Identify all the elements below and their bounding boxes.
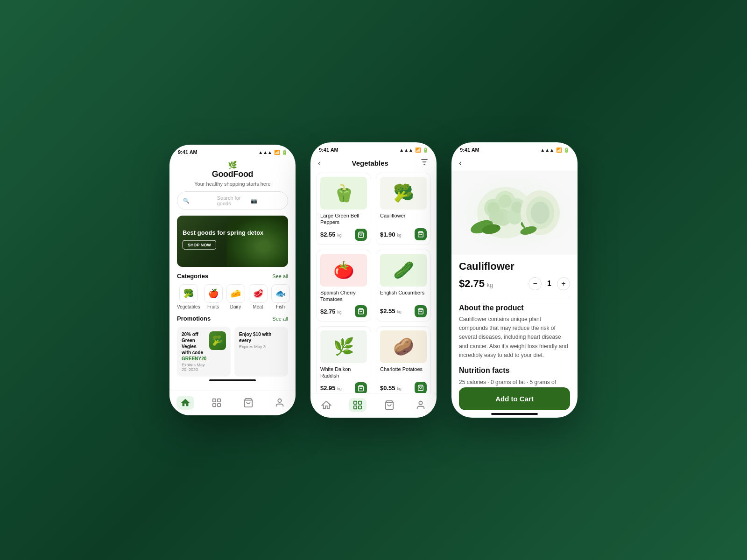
home-indicator-3 xyxy=(491,413,538,415)
promo-1-image: 🥦 xyxy=(209,331,226,350)
daikon-price: $2.95 kg xyxy=(320,385,342,392)
search-bar[interactable]: 🔍 Search for goods 📷 xyxy=(177,191,288,210)
svg-rect-3 xyxy=(218,404,220,406)
tomatoes-name: Spanish Cherry Tomatoes xyxy=(320,289,367,303)
quantity-increase-button[interactable]: + xyxy=(557,277,570,290)
product-card-tomatoes[interactable]: 🍅 Spanish Cherry Tomatoes $2.75 kg xyxy=(316,250,371,322)
bottom-nav-1 xyxy=(169,391,296,415)
fish-label: Fish xyxy=(276,304,285,309)
add-to-cart-button[interactable]: Add to Cart xyxy=(459,387,570,410)
logo-text: GoodFood xyxy=(177,169,288,179)
category-dairy[interactable]: 🧀 Dairy xyxy=(226,284,245,309)
promo-card-2[interactable]: Enjoy $10 with every Expires May 3 xyxy=(234,327,288,377)
hero-title: Best goods for spring detox xyxy=(183,229,263,237)
product-card-cucumbers[interactable]: 🥒 English Cucumbers $2.55 kg xyxy=(376,250,431,322)
logo-area: 🌿 GoodFood xyxy=(177,157,288,181)
category-fish[interactable]: 🐟 Fish xyxy=(271,284,290,309)
promo-card-1[interactable]: 20% off Green Vegies with code GREENY20 … xyxy=(177,327,231,377)
product-detail-name: Cauliflower xyxy=(459,260,570,273)
price-display: $2.75 kg xyxy=(459,278,493,290)
product-card-potatoes[interactable]: 🥔 Charlotte Potatoes $0.55 kg xyxy=(376,326,431,399)
filter-icon[interactable] xyxy=(420,157,429,169)
add-cauliflower-button[interactable] xyxy=(415,228,427,240)
bell-peppers-name: Large Green Bell Peppers xyxy=(320,212,367,226)
daikon-image: 🌿 xyxy=(320,330,367,363)
cucumbers-name: English Cucumbers xyxy=(380,289,427,302)
tomatoes-footer: $2.75 kg xyxy=(320,305,367,317)
cauliflower-illustration xyxy=(451,171,578,255)
camera-icon[interactable]: 📷 xyxy=(251,198,282,204)
add-potatoes-button[interactable] xyxy=(415,382,427,394)
wifi-icon: 📶 xyxy=(274,150,280,155)
logo-icon: 🌿 xyxy=(177,161,288,169)
nav2-cart[interactable] xyxy=(381,398,398,412)
fish-icon: 🐟 xyxy=(271,284,290,303)
potatoes-image: 🥔 xyxy=(380,330,427,363)
hero-text-overlay: Best goods for spring detox SHOP NOW xyxy=(183,229,263,250)
promo-1-text: 20% off Green Vegies with code GREENY20 … xyxy=(182,331,206,372)
categories-see-all[interactable]: See all xyxy=(272,273,288,279)
shop-now-button[interactable]: SHOP NOW xyxy=(183,240,216,250)
daikon-footer: $2.95 kg xyxy=(320,382,367,394)
categories-title: Categories xyxy=(177,273,208,280)
product-card-bell-peppers[interactable]: 🫑 Large Green Bell Peppers $2.55 kg xyxy=(316,173,371,245)
add-bell-peppers-button[interactable] xyxy=(355,229,367,241)
category-fruits[interactable]: 🍎 Fruits xyxy=(204,284,223,309)
meat-label: Meat xyxy=(253,304,263,309)
signal-icon: ▲▲▲ xyxy=(258,150,272,155)
add-tomatoes-button[interactable] xyxy=(355,305,367,317)
search-icon: 🔍 xyxy=(183,198,214,204)
product-hero-image xyxy=(451,171,578,255)
svg-point-28 xyxy=(499,195,512,208)
vegetables-header: ‹ Vegetables xyxy=(310,154,437,173)
meat-icon: 🥩 xyxy=(249,284,268,303)
nutrition-title: Nutrition facts xyxy=(459,366,570,375)
quantity-decrease-button[interactable]: − xyxy=(529,277,542,290)
wifi-icon-2: 📶 xyxy=(415,147,421,153)
nav-cart[interactable] xyxy=(240,396,257,410)
add-cucumbers-button[interactable] xyxy=(415,305,427,317)
bottom-nav-2 xyxy=(310,393,437,418)
promo-1-code: GREENY20 xyxy=(182,356,206,361)
svg-rect-15 xyxy=(354,401,357,404)
tomatoes-image: 🍅 xyxy=(320,254,367,287)
categories-row: 🥦 Vegetables 🍎 Fruits 🧀 Dairy 🥩 Meat 🐟 F… xyxy=(177,284,288,309)
cucumbers-price: $2.55 kg xyxy=(380,308,402,315)
cauliflower-footer: $1.90 kg xyxy=(380,228,427,240)
cauliflower-svg xyxy=(468,175,561,250)
cucumbers-footer: $2.55 kg xyxy=(380,305,427,317)
category-meat[interactable]: 🥩 Meat xyxy=(249,284,268,309)
tomatoes-price: $2.75 kg xyxy=(320,308,342,315)
status-icons-2: ▲▲▲ 📶 🔋 xyxy=(399,147,428,153)
category-vegetables[interactable]: 🥦 Vegetables xyxy=(177,284,200,309)
nav2-home[interactable] xyxy=(317,398,335,412)
phone-home: 9:41 AM ▲▲▲ 📶 🔋 🌿 GoodFood Your healthy … xyxy=(169,145,296,415)
nav-categories[interactable] xyxy=(208,396,226,410)
product-detail-unit: kg xyxy=(487,281,493,288)
promo-2-title: Enjoy $10 with every xyxy=(239,331,283,343)
product-card-cauliflower[interactable]: 🥦 Cauliflower $1.90 kg xyxy=(376,173,431,245)
battery-icon: 🔋 xyxy=(282,150,287,155)
product-card-daikon[interactable]: 🌿 White Daikon Raddish $2.95 kg xyxy=(316,326,371,399)
wifi-icon-3: 📶 xyxy=(556,147,562,153)
svg-rect-1 xyxy=(218,399,220,402)
time-2: 9:41 AM xyxy=(319,147,338,153)
nav-home[interactable] xyxy=(176,396,194,410)
vegetables-title: Vegetables xyxy=(320,159,420,167)
signal-icon-3: ▲▲▲ xyxy=(540,147,554,153)
home-indicator-1 xyxy=(209,379,256,381)
categories-header: Categories See all xyxy=(177,273,288,280)
promo-1-expiry: Expires May 20, 2020 xyxy=(182,363,206,372)
add-daikon-button[interactable] xyxy=(355,382,367,394)
vegetables-icon: 🥦 xyxy=(179,284,198,303)
back-button-3[interactable]: ‹ xyxy=(459,158,462,168)
quantity-control: − 1 + xyxy=(529,277,570,290)
nav2-profile[interactable] xyxy=(412,398,430,412)
fruits-icon: 🍎 xyxy=(204,284,223,303)
dairy-icon: 🧀 xyxy=(226,284,245,303)
nav2-categories[interactable] xyxy=(349,398,366,412)
dairy-label: Dairy xyxy=(230,304,241,309)
promotions-see-all[interactable]: See all xyxy=(272,316,288,322)
phone-vegetables: 9:41 AM ▲▲▲ 📶 🔋 ‹ Vegetables 🫑 Large Gre… xyxy=(310,142,437,418)
nav-profile[interactable] xyxy=(271,396,289,410)
